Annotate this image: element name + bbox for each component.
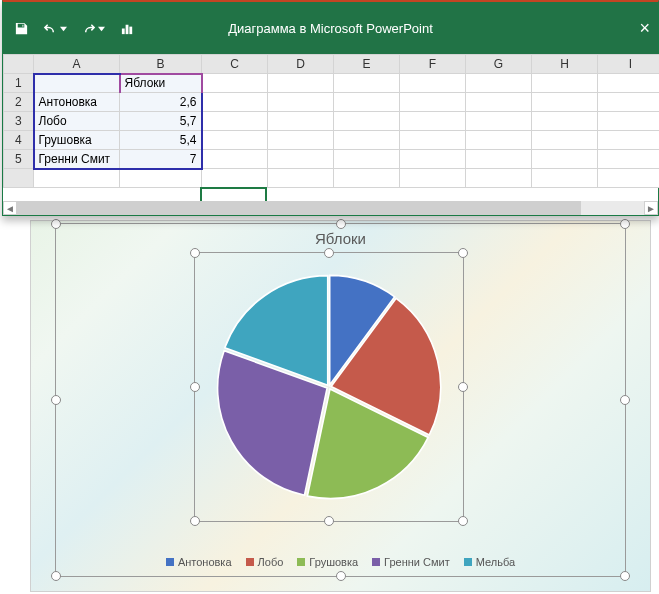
cell[interactable] [34,74,120,93]
resize-handle[interactable] [324,516,334,526]
legend-item[interactable]: Грушовка [297,556,358,568]
cell[interactable] [202,150,268,169]
scroll-left-icon[interactable]: ◄ [3,201,17,215]
cell[interactable] [268,93,334,112]
cell[interactable] [400,150,466,169]
cell[interactable] [466,112,532,131]
resize-handle[interactable] [336,571,346,581]
scroll-right-icon[interactable]: ► [644,201,658,215]
cell[interactable] [334,169,400,188]
resize-handle[interactable] [620,571,630,581]
redo-icon[interactable] [81,20,105,36]
resize-handle[interactable] [458,382,468,392]
chart-tool-icon[interactable] [119,20,135,36]
resize-handle[interactable] [620,219,630,229]
resize-handle[interactable] [51,219,61,229]
cell[interactable]: Яблоки [120,74,202,93]
col-header[interactable]: I [598,55,660,74]
cell[interactable] [202,74,268,93]
undo-icon[interactable] [43,20,67,36]
cell[interactable] [532,150,598,169]
cell[interactable] [466,169,532,188]
row-header[interactable]: 2 [4,93,34,112]
resize-handle[interactable] [458,516,468,526]
cell[interactable] [466,93,532,112]
resize-handle[interactable] [620,395,630,405]
data-grid[interactable]: A B C D E F G H I 1 Яблоки [3,54,659,188]
row-header[interactable]: 5 [4,150,34,169]
cell[interactable] [334,93,400,112]
cell[interactable] [532,169,598,188]
cell[interactable] [120,169,202,188]
resize-handle[interactable] [51,571,61,581]
legend-item[interactable]: Мельба [464,556,515,568]
cell[interactable] [268,74,334,93]
scroll-thumb[interactable] [17,201,581,215]
cell[interactable]: 5,4 [120,131,202,150]
cell[interactable] [268,112,334,131]
cell[interactable] [598,150,660,169]
cell[interactable] [334,150,400,169]
slide-canvas[interactable]: Яблоки АнтоновкаЛобоГрушовкаГренни СмитМ… [30,220,651,592]
col-header[interactable]: C [202,55,268,74]
cell[interactable]: Гренни Смит [34,150,120,169]
cell[interactable] [202,93,268,112]
cell[interactable] [532,74,598,93]
cell[interactable] [400,131,466,150]
cell[interactable] [202,169,268,188]
cell[interactable] [334,131,400,150]
col-header[interactable]: E [334,55,400,74]
close-icon[interactable]: × [639,18,650,39]
cell[interactable] [268,131,334,150]
cell[interactable]: Грушовка [34,131,120,150]
worksheet[interactable]: A B C D E F G H I 1 Яблоки [3,54,658,201]
col-header[interactable]: F [400,55,466,74]
col-header[interactable]: B [120,55,202,74]
horizontal-scrollbar[interactable]: ◄ ► [3,201,658,215]
col-header[interactable]: D [268,55,334,74]
cell[interactable] [532,112,598,131]
cell[interactable] [400,93,466,112]
cell[interactable] [598,169,660,188]
legend-item[interactable]: Лобо [246,556,284,568]
cell[interactable] [268,150,334,169]
cell[interactable]: 5,7 [120,112,202,131]
resize-handle[interactable] [190,516,200,526]
resize-handle[interactable] [336,219,346,229]
cell[interactable] [598,131,660,150]
row-header[interactable]: 4 [4,131,34,150]
plot-area[interactable] [194,252,464,522]
resize-handle[interactable] [458,248,468,258]
cell[interactable] [202,131,268,150]
resize-handle[interactable] [190,248,200,258]
cell[interactable] [334,74,400,93]
chart-legend[interactable]: АнтоновкаЛобоГрушовкаГренни СмитМельба [56,556,625,568]
select-all-corner[interactable] [4,55,34,74]
cell[interactable] [334,112,400,131]
cell[interactable] [400,169,466,188]
row-header[interactable]: 1 [4,74,34,93]
chart-object[interactable]: Яблоки АнтоновкаЛобоГрушовкаГренни СмитМ… [55,223,626,577]
cell[interactable] [598,93,660,112]
cell[interactable] [466,74,532,93]
cell[interactable]: Лобо [34,112,120,131]
cell[interactable] [202,112,268,131]
cell[interactable] [268,169,334,188]
legend-item[interactable]: Гренни Смит [372,556,450,568]
cell[interactable]: Антоновка [34,93,120,112]
col-header[interactable]: G [466,55,532,74]
cell[interactable] [34,169,120,188]
col-header[interactable]: H [532,55,598,74]
scroll-track[interactable] [17,201,644,215]
pie-chart[interactable] [214,272,444,502]
cell[interactable] [466,131,532,150]
cell[interactable]: 2,6 [120,93,202,112]
resize-handle[interactable] [51,395,61,405]
cell[interactable] [400,112,466,131]
cell[interactable] [598,112,660,131]
cell[interactable] [400,74,466,93]
resize-handle[interactable] [324,248,334,258]
cell[interactable]: 7 [120,150,202,169]
resize-handle[interactable] [190,382,200,392]
row-header[interactable] [4,169,34,188]
